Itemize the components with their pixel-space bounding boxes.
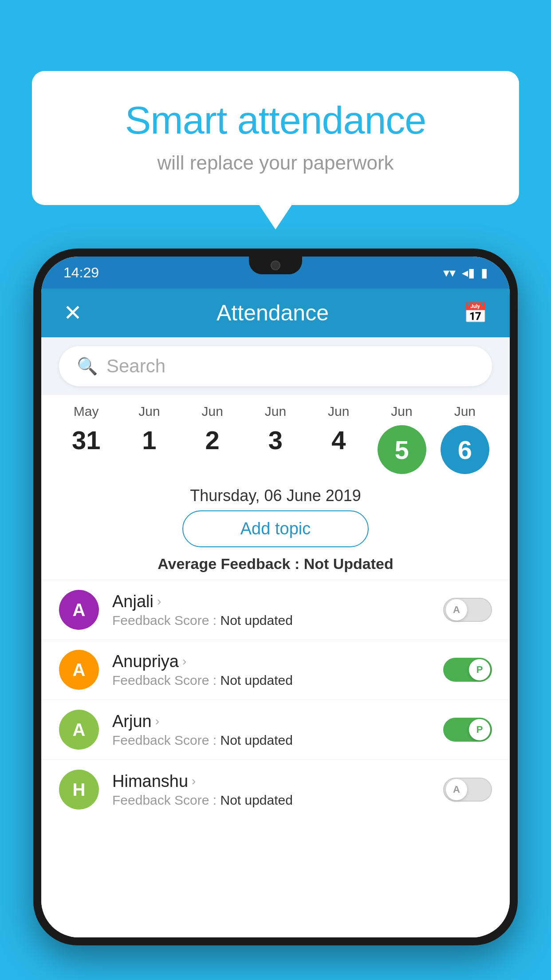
toggle-anjali[interactable]: A <box>443 598 492 622</box>
search-bar[interactable]: 🔍 Search <box>59 346 492 386</box>
month-2: Jun <box>202 404 223 419</box>
student-list: A Anjali › Feedback Score : Not updated … <box>41 580 510 819</box>
date-col-4[interactable]: Jun 4 <box>310 404 367 474</box>
chevron-arjun: › <box>155 714 159 728</box>
search-container: 🔍 Search <box>41 337 510 395</box>
avatar-anjali: A <box>59 590 99 630</box>
month-0: May <box>74 404 99 419</box>
date-col-2[interactable]: Jun 2 <box>184 404 241 474</box>
chevron-himanshu: › <box>192 774 196 788</box>
date-col-6[interactable]: Jun 6 <box>436 404 494 474</box>
phone-wrapper: 14:29 ▾▾ ◂▮ ▮ ✕ Attendance 📅 🔍 <box>33 249 518 980</box>
student-row-himanshu[interactable]: H Himanshu › Feedback Score : Not update… <box>41 759 510 819</box>
status-time: 14:29 <box>63 265 99 281</box>
avg-feedback: Average Feedback : Not Updated <box>41 555 510 580</box>
student-row-arjun[interactable]: A Arjun › Feedback Score : Not updated P <box>41 699 510 759</box>
bubble-subtitle: will replace your paperwork <box>67 152 484 174</box>
search-icon: 🔍 <box>77 356 98 376</box>
selected-date: Thursday, 06 June 2019 <box>41 478 510 510</box>
date-col-0[interactable]: May 31 <box>57 404 115 474</box>
chevron-anupriya: › <box>182 654 186 668</box>
notch-camera <box>271 261 280 270</box>
month-1: Jun <box>138 404 160 419</box>
student-row-anupriya[interactable]: A Anupriya › Feedback Score : Not update… <box>41 640 510 699</box>
add-topic-button[interactable]: Add topic <box>182 510 369 547</box>
day-circle-6: 6 <box>441 425 489 474</box>
feedback-anjali: Feedback Score : Not updated <box>112 613 430 628</box>
student-row-anjali[interactable]: A Anjali › Feedback Score : Not updated … <box>41 580 510 640</box>
date-col-3[interactable]: Jun 3 <box>247 404 304 474</box>
date-col-1[interactable]: Jun 1 <box>120 404 178 474</box>
phone-notch <box>249 257 302 274</box>
feedback-himanshu: Feedback Score : Not updated <box>112 793 430 808</box>
month-4: Jun <box>328 404 349 419</box>
student-name-himanshu: Himanshu › <box>112 772 430 791</box>
student-info-himanshu: Himanshu › Feedback Score : Not updated <box>112 772 430 808</box>
bubble-title: Smart attendance <box>67 98 484 143</box>
app-header: ✕ Attendance 📅 <box>41 288 510 337</box>
day-circle-5: 5 <box>378 425 426 474</box>
speech-bubble: Smart attendance will replace your paper… <box>32 71 519 205</box>
search-placeholder: Search <box>106 356 165 377</box>
chevron-anjali: › <box>157 594 161 609</box>
header-title: Attendance <box>216 300 329 326</box>
content-area: 🔍 Search May 31 Jun 1 Jun <box>41 337 510 937</box>
feedback-anupriya: Feedback Score : Not updated <box>112 673 430 688</box>
toggle-anupriya[interactable]: P <box>443 658 492 682</box>
avg-feedback-label: Average Feedback : <box>157 555 299 572</box>
student-name-arjun: Arjun › <box>112 712 430 731</box>
student-info-arjun: Arjun › Feedback Score : Not updated <box>112 712 430 748</box>
avatar-anupriya: A <box>59 650 99 690</box>
battery-icon: ▮ <box>481 265 488 280</box>
student-info-anjali: Anjali › Feedback Score : Not updated <box>112 592 430 628</box>
student-name-anjali: Anjali › <box>112 592 430 611</box>
day-1: 1 <box>142 425 156 455</box>
wifi-icon: ▾▾ <box>443 265 456 280</box>
student-name-anupriya: Anupriya › <box>112 652 430 671</box>
avg-feedback-value: Not Updated <box>304 555 394 572</box>
calendar-dates: May 31 Jun 1 Jun 2 Jun 3 <box>41 395 510 478</box>
avatar-himanshu: H <box>59 770 99 810</box>
day-2: 2 <box>205 425 220 455</box>
close-button[interactable]: ✕ <box>63 300 82 326</box>
date-col-5[interactable]: Jun 5 <box>373 404 431 474</box>
month-3: Jun <box>265 404 286 419</box>
phone-outer: 14:29 ▾▾ ◂▮ ▮ ✕ Attendance 📅 🔍 <box>33 249 518 945</box>
phone-screen: 14:29 ▾▾ ◂▮ ▮ ✕ Attendance 📅 🔍 <box>41 257 510 937</box>
calendar-icon[interactable]: 📅 <box>463 301 488 324</box>
month-6: Jun <box>454 404 476 419</box>
status-icons: ▾▾ ◂▮ ▮ <box>443 265 488 280</box>
student-info-anupriya: Anupriya › Feedback Score : Not updated <box>112 652 430 688</box>
month-5: Jun <box>391 404 412 419</box>
toggle-himanshu[interactable]: A <box>443 778 492 802</box>
day-0: 31 <box>72 425 101 455</box>
toggle-arjun[interactable]: P <box>443 718 492 742</box>
day-3: 3 <box>268 425 283 455</box>
day-4: 4 <box>331 425 346 455</box>
feedback-arjun: Feedback Score : Not updated <box>112 733 430 748</box>
signal-icon: ◂▮ <box>462 265 475 280</box>
avatar-arjun: A <box>59 710 99 750</box>
